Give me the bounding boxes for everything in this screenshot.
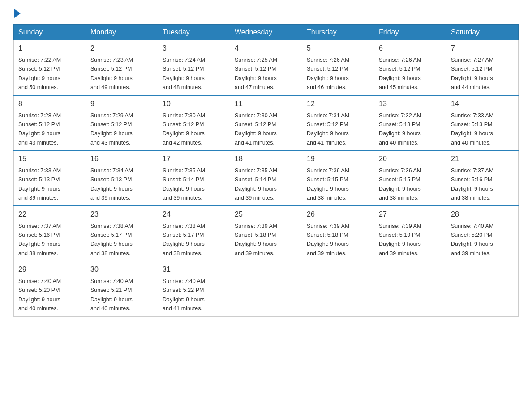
day-number: 8 [18, 98, 81, 109]
calendar-cell: 11 Sunrise: 7:30 AMSunset: 5:12 PMDaylig… [230, 95, 302, 151]
calendar-cell: 14 Sunrise: 7:33 AMSunset: 5:13 PMDaylig… [446, 95, 519, 151]
day-info: Sunrise: 7:32 AMSunset: 5:13 PMDaylight:… [379, 112, 421, 146]
day-number: 14 [451, 98, 514, 109]
calendar-header-row: SundayMondayTuesdayWednesdayThursdayFrid… [14, 25, 519, 40]
calendar-week-row: 1 Sunrise: 7:22 AMSunset: 5:12 PMDayligh… [14, 40, 519, 95]
day-number: 30 [90, 264, 153, 275]
day-number: 24 [163, 209, 225, 220]
day-info: Sunrise: 7:30 AMSunset: 5:12 PMDaylight:… [163, 112, 205, 146]
day-info: Sunrise: 7:40 AMSunset: 5:21 PMDaylight:… [90, 278, 133, 312]
day-info: Sunrise: 7:37 AMSunset: 5:16 PMDaylight:… [18, 223, 61, 257]
day-number: 28 [451, 209, 514, 220]
day-number: 1 [18, 43, 81, 54]
calendar-week-row: 15 Sunrise: 7:33 AMSunset: 5:13 PMDaylig… [14, 150, 519, 206]
day-number: 3 [163, 43, 225, 54]
day-info: Sunrise: 7:22 AMSunset: 5:12 PMDaylight:… [18, 57, 61, 90]
day-info: Sunrise: 7:40 AMSunset: 5:20 PMDaylight:… [18, 278, 61, 312]
calendar-cell: 12 Sunrise: 7:31 AMSunset: 5:12 PMDaylig… [302, 95, 374, 151]
logo-arrow-icon [14, 9, 21, 18]
day-info: Sunrise: 7:31 AMSunset: 5:12 PMDaylight:… [307, 112, 349, 146]
page-header [13, 9, 519, 15]
day-number: 6 [379, 43, 442, 54]
calendar-cell [230, 261, 302, 316]
day-number: 22 [18, 209, 81, 220]
calendar-week-row: 8 Sunrise: 7:28 AMSunset: 5:12 PMDayligh… [14, 95, 519, 151]
calendar-cell: 29 Sunrise: 7:40 AMSunset: 5:20 PMDaylig… [14, 261, 86, 316]
calendar-cell: 30 Sunrise: 7:40 AMSunset: 5:21 PMDaylig… [86, 261, 158, 316]
day-number: 11 [235, 98, 297, 109]
calendar-cell: 5 Sunrise: 7:26 AMSunset: 5:12 PMDayligh… [302, 40, 374, 95]
day-number: 13 [379, 98, 442, 109]
calendar-week-row: 29 Sunrise: 7:40 AMSunset: 5:20 PMDaylig… [14, 261, 519, 316]
calendar-cell [374, 261, 446, 316]
calendar-cell: 27 Sunrise: 7:39 AMSunset: 5:19 PMDaylig… [374, 206, 446, 261]
calendar-week-row: 22 Sunrise: 7:37 AMSunset: 5:16 PMDaylig… [14, 206, 519, 261]
day-info: Sunrise: 7:39 AMSunset: 5:19 PMDaylight:… [379, 223, 421, 257]
calendar-cell: 6 Sunrise: 7:26 AMSunset: 5:12 PMDayligh… [374, 40, 446, 95]
calendar-cell: 7 Sunrise: 7:27 AMSunset: 5:12 PMDayligh… [446, 40, 519, 95]
day-number: 9 [90, 98, 153, 109]
calendar-cell: 18 Sunrise: 7:35 AMSunset: 5:14 PMDaylig… [230, 150, 302, 206]
day-of-week-header: Saturday [446, 25, 519, 40]
day-info: Sunrise: 7:33 AMSunset: 5:13 PMDaylight:… [18, 167, 61, 201]
day-number: 4 [235, 43, 297, 54]
day-info: Sunrise: 7:39 AMSunset: 5:18 PMDaylight:… [235, 223, 277, 257]
day-number: 12 [307, 98, 369, 109]
calendar-cell: 3 Sunrise: 7:24 AMSunset: 5:12 PMDayligh… [158, 40, 230, 95]
calendar-cell: 22 Sunrise: 7:37 AMSunset: 5:16 PMDaylig… [14, 206, 86, 261]
calendar-cell: 21 Sunrise: 7:37 AMSunset: 5:16 PMDaylig… [446, 150, 519, 206]
calendar-table: SundayMondayTuesdayWednesdayThursdayFrid… [13, 24, 519, 317]
calendar-cell: 19 Sunrise: 7:36 AMSunset: 5:15 PMDaylig… [302, 150, 374, 206]
day-info: Sunrise: 7:23 AMSunset: 5:12 PMDaylight:… [90, 57, 133, 90]
day-info: Sunrise: 7:35 AMSunset: 5:14 PMDaylight:… [235, 167, 277, 201]
calendar-cell: 8 Sunrise: 7:28 AMSunset: 5:12 PMDayligh… [14, 95, 86, 151]
day-info: Sunrise: 7:39 AMSunset: 5:18 PMDaylight:… [307, 223, 349, 257]
day-info: Sunrise: 7:25 AMSunset: 5:12 PMDaylight:… [235, 57, 277, 90]
day-info: Sunrise: 7:40 AMSunset: 5:20 PMDaylight:… [451, 223, 493, 257]
day-number: 29 [18, 264, 81, 275]
calendar-cell: 17 Sunrise: 7:35 AMSunset: 5:14 PMDaylig… [158, 150, 230, 206]
calendar-cell: 2 Sunrise: 7:23 AMSunset: 5:12 PMDayligh… [86, 40, 158, 95]
day-of-week-header: Monday [86, 25, 158, 40]
day-number: 16 [90, 154, 153, 164]
day-number: 19 [307, 154, 369, 164]
day-info: Sunrise: 7:24 AMSunset: 5:12 PMDaylight:… [163, 57, 205, 90]
logo [13, 9, 21, 15]
day-number: 17 [163, 154, 225, 164]
day-info: Sunrise: 7:40 AMSunset: 5:22 PMDaylight:… [163, 278, 205, 312]
calendar-cell: 16 Sunrise: 7:34 AMSunset: 5:13 PMDaylig… [86, 150, 158, 206]
day-of-week-header: Friday [374, 25, 446, 40]
day-of-week-header: Wednesday [230, 25, 302, 40]
calendar-cell: 28 Sunrise: 7:40 AMSunset: 5:20 PMDaylig… [446, 206, 519, 261]
day-info: Sunrise: 7:35 AMSunset: 5:14 PMDaylight:… [163, 167, 205, 201]
calendar-cell: 15 Sunrise: 7:33 AMSunset: 5:13 PMDaylig… [14, 150, 86, 206]
calendar-cell: 31 Sunrise: 7:40 AMSunset: 5:22 PMDaylig… [158, 261, 230, 316]
calendar-cell: 25 Sunrise: 7:39 AMSunset: 5:18 PMDaylig… [230, 206, 302, 261]
day-number: 20 [379, 154, 442, 164]
calendar-cell: 13 Sunrise: 7:32 AMSunset: 5:13 PMDaylig… [374, 95, 446, 151]
calendar-cell [446, 261, 519, 316]
day-info: Sunrise: 7:33 AMSunset: 5:13 PMDaylight:… [451, 112, 493, 146]
day-number: 21 [451, 154, 514, 164]
day-of-week-header: Sunday [14, 25, 86, 40]
calendar-cell: 1 Sunrise: 7:22 AMSunset: 5:12 PMDayligh… [14, 40, 86, 95]
day-info: Sunrise: 7:37 AMSunset: 5:16 PMDaylight:… [451, 167, 493, 201]
calendar-cell: 23 Sunrise: 7:38 AMSunset: 5:17 PMDaylig… [86, 206, 158, 261]
day-number: 10 [163, 98, 225, 109]
day-info: Sunrise: 7:38 AMSunset: 5:17 PMDaylight:… [163, 223, 205, 257]
day-number: 15 [18, 154, 81, 164]
day-number: 18 [235, 154, 297, 164]
day-number: 26 [307, 209, 369, 220]
day-number: 25 [235, 209, 297, 220]
calendar-cell: 10 Sunrise: 7:30 AMSunset: 5:12 PMDaylig… [158, 95, 230, 151]
day-of-week-header: Tuesday [158, 25, 230, 40]
day-info: Sunrise: 7:30 AMSunset: 5:12 PMDaylight:… [235, 112, 277, 146]
calendar-cell: 24 Sunrise: 7:38 AMSunset: 5:17 PMDaylig… [158, 206, 230, 261]
day-info: Sunrise: 7:28 AMSunset: 5:12 PMDaylight:… [18, 112, 61, 146]
day-number: 5 [307, 43, 369, 54]
calendar-cell [302, 261, 374, 316]
day-number: 2 [90, 43, 153, 54]
day-info: Sunrise: 7:36 AMSunset: 5:15 PMDaylight:… [307, 167, 349, 201]
day-info: Sunrise: 7:36 AMSunset: 5:15 PMDaylight:… [379, 167, 421, 201]
calendar-cell: 4 Sunrise: 7:25 AMSunset: 5:12 PMDayligh… [230, 40, 302, 95]
